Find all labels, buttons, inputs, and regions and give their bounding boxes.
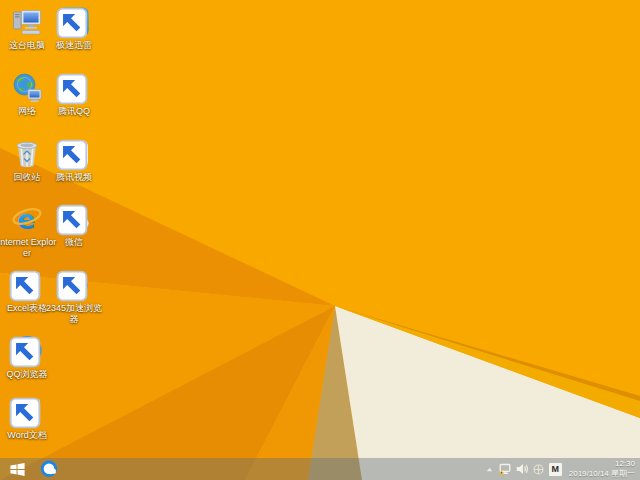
- desktop-icon-label: 极速迅雷: [56, 40, 92, 51]
- this-pc-icon: [11, 6, 43, 38]
- shortcut-arrow-icon: [56, 139, 88, 171]
- network-icon: [11, 72, 43, 104]
- desktop: 这台电脑 网络: [0, 0, 640, 480]
- desktop-icon-label: 微信: [65, 237, 83, 248]
- desktop-icon-label: 网络: [18, 106, 36, 117]
- windows-logo-icon: [9, 461, 26, 478]
- taskbar-clock[interactable]: 12:30 2019/10/14 星期一: [569, 459, 635, 479]
- chevron-up-icon: [485, 465, 494, 474]
- desktop-icon-qq-browser[interactable]: QQ浏览器: [0, 335, 57, 380]
- word-icon: W: [11, 396, 43, 428]
- desktop-icon-label: Excel表格: [7, 303, 47, 314]
- qq-penguin-icon: [58, 72, 90, 104]
- tencent-video-icon: [58, 138, 90, 170]
- start-button[interactable]: [0, 458, 34, 480]
- desktop-icon-xunlei[interactable]: 极速迅雷: [44, 6, 104, 51]
- desktop-icon-label: 腾讯QQ: [58, 106, 90, 117]
- desktop-icon-label: Word文档: [7, 430, 46, 441]
- qq-browser-icon: [40, 460, 58, 478]
- excel-icon: X: [11, 269, 43, 301]
- shortcut-arrow-icon: [56, 270, 88, 302]
- ime-indicator[interactable]: M: [549, 463, 562, 476]
- qq-browser-icon: [11, 335, 43, 367]
- desktop-icon-label: 腾讯视频: [56, 172, 92, 183]
- desktop-icon-label: 回收站: [14, 172, 41, 183]
- desktop-icon-2345-browser[interactable]: e 2345加速浏览器: [44, 269, 104, 325]
- show-hidden-icons-button[interactable]: [485, 461, 495, 477]
- network-status-icon[interactable]: [498, 461, 512, 477]
- clock-date: 2019/10/14 星期一: [569, 469, 635, 479]
- desktop-icon-tencent-video[interactable]: 腾讯视频: [44, 138, 104, 183]
- shortcut-arrow-icon: [9, 336, 41, 368]
- tray-utility-icon[interactable]: [532, 461, 546, 477]
- shortcut-arrow-icon: [9, 270, 41, 302]
- shortcut-arrow-icon: [56, 73, 88, 105]
- taskbar-qq-browser-button[interactable]: [34, 458, 64, 480]
- internet-explorer-icon: e: [11, 203, 43, 235]
- taskbar: M 12:30 2019/10/14 星期一: [0, 458, 640, 480]
- desktop-icon-wechat[interactable]: 微信: [44, 203, 104, 248]
- wechat-icon: [58, 203, 90, 235]
- desktop-icon-label: 这台电脑: [9, 40, 45, 51]
- desktop-icon-label: QQ浏览器: [6, 369, 47, 380]
- volume-icon[interactable]: [515, 461, 529, 477]
- clock-time: 12:30: [569, 459, 635, 469]
- shortcut-arrow-icon: [9, 397, 41, 429]
- recycle-bin-icon: [11, 138, 43, 170]
- desktop-icon-word[interactable]: W Word文档: [0, 396, 57, 441]
- desktop-icon-tencent-qq[interactable]: 腾讯QQ: [44, 72, 104, 117]
- system-tray: M 12:30 2019/10/14 星期一: [485, 458, 638, 480]
- 2345-browser-icon: e: [58, 269, 90, 301]
- desktop-icon-label: 2345加速浏览器: [44, 303, 104, 325]
- shortcut-arrow-icon: [56, 204, 88, 236]
- xunlei-bird-icon: [58, 6, 90, 38]
- shortcut-arrow-icon: [56, 7, 88, 39]
